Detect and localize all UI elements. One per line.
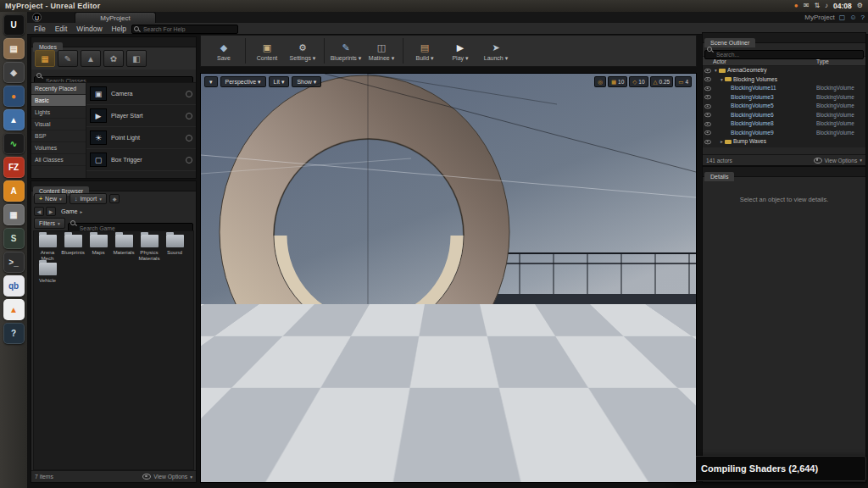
mode-geometry-tab[interactable]: ◧ [126,50,147,67]
viewport[interactable]: ▾Perspective ▾Lit ▾Show ▾ ◎▦10◇10△0.25▭4… [200,73,697,483]
mode-paint-tab[interactable]: ✎ [58,50,78,67]
outliner-row[interactable]: BlockingVolume8BlockingVolume [703,119,865,129]
filters-button[interactable]: Filters ▾ [34,218,65,229]
visibility-eye-icon[interactable] [704,104,711,108]
viewport-camera-lock[interactable]: ◎ [594,76,606,87]
view-options-button[interactable]: View Options ▾ [814,158,863,164]
outliner-row[interactable]: ▾ArenaGeometry [703,66,865,75]
mode-place-tab[interactable]: ▦ [35,50,55,67]
launcher-help-icon[interactable]: ? [3,323,25,344]
menu-edit[interactable]: Edit [55,25,68,33]
toolbar-matinee-button[interactable]: ◫Matinee ▾ [364,36,399,65]
save-all-button[interactable]: ◆ [109,194,120,203]
menu-window[interactable]: Window [76,25,102,33]
outliner-row[interactable]: ▸Bump Waves [703,137,865,147]
network-icon[interactable]: ⇅ [814,0,820,12]
launcher-calculator-icon[interactable]: ▦ [3,204,25,225]
back-button[interactable]: ◀ [34,207,44,216]
sound-icon[interactable]: ♪ [825,0,828,12]
launcher-files-icon[interactable]: ▤ [3,38,25,59]
category-bsp[interactable]: BSP [31,130,86,142]
launcher-filezilla-icon[interactable]: FZ [3,157,25,178]
category-basic[interactable]: Basic [31,95,86,107]
viewport-lit-button[interactable]: Lit ▾ [269,76,290,87]
level-indicator[interactable]: Level: Arena_Geo (Persistent) [451,474,531,480]
session-icon[interactable]: ⚙ [857,0,863,12]
outliner-row[interactable]: BlockingVolume5BlockingVolume [703,102,865,111]
toolbar-play-button[interactable]: ▶Play ▾ [442,36,478,65]
launcher-text-editor-icon[interactable]: A [3,180,25,202]
launcher-workspace-icon[interactable]: ◈ [3,62,25,83]
toolbar-save-button[interactable]: ◆Save [206,36,242,65]
folder-maps[interactable]: Maps [86,235,110,261]
outliner-row[interactable]: BlockingVolume6BlockingVolume [703,111,865,120]
category-all-classes[interactable]: All Classes [31,154,86,166]
folder-blueprints[interactable]: Blueprints [61,235,85,261]
folder-vehicle[interactable]: Vehicle [36,263,59,289]
new-button[interactable]: + New ▾ [34,193,67,204]
launcher-photos-icon[interactable]: ▲ [3,109,25,130]
import-button[interactable]: ↓ Import ▾ [70,193,107,204]
outliner-row[interactable]: BlockingVolume11BlockingVolume [703,84,865,93]
toolbar-blueprints-button[interactable]: ✎Blueprints ▾ [328,36,364,65]
view-options-button[interactable]: View Options ▾ [142,474,192,480]
expander-icon[interactable]: ▸ [719,137,725,147]
visibility-eye-icon[interactable] [704,77,711,81]
expander-icon[interactable]: ▾ [719,75,725,85]
toolbar-content-button[interactable]: ▣Content [249,36,285,65]
outliner-row[interactable]: BlockingVolume3BlockingVolume [703,93,865,103]
project-tab[interactable]: MyProject [75,12,156,23]
folder-arena-mech[interactable]: Arena Mech [36,235,59,261]
viewport-perspective-button[interactable]: Perspective ▾ [220,76,266,87]
forward-button[interactable]: ▶ [46,207,56,216]
folder-physics-materials[interactable]: Physics Materials [137,235,161,261]
tab-details[interactable]: Details [704,172,734,181]
category-volumes[interactable]: Volumes [31,142,86,154]
outliner-search-input[interactable] [704,50,864,59]
launcher-screenshot-icon[interactable]: S [3,228,25,249]
place-item-point-light[interactable]: ☀Point Light [86,127,196,149]
category-recently-placed[interactable]: Recently Placed [31,83,86,95]
mode-foliage-tab[interactable]: ✿ [103,50,124,67]
place-item-box-trigger[interactable]: ▢Box Trigger [86,149,196,171]
visibility-eye-icon[interactable] [704,130,711,135]
visibility-eye-icon[interactable] [704,140,711,144]
layout-icon[interactable]: ▢ [839,14,846,21]
feedback-icon[interactable]: ☺ [849,14,856,21]
visibility-eye-icon[interactable] [704,86,711,91]
viewport-options-button[interactable]: ▾ [204,76,218,87]
place-item-camera[interactable]: ▣Camera [86,83,196,105]
toolbar-settings-button[interactable]: ⚙Settings ▾ [285,36,320,65]
menu-file[interactable]: File [34,25,46,33]
outliner-row[interactable]: BlockingVolume9BlockingVolume [703,129,865,138]
folder-materials[interactable]: Materials [112,235,136,261]
menu-help[interactable]: Help [112,25,126,33]
toolbar-build-button[interactable]: ▤Build ▾ [407,36,442,65]
breadcrumb-root[interactable]: Game [61,208,78,215]
visibility-eye-icon[interactable] [704,113,711,117]
visibility-eye-icon[interactable] [704,122,711,126]
launcher-terminal-icon[interactable]: >_ [3,252,25,273]
place-item-player-start[interactable]: ▶Player Start [86,105,196,127]
breadcrumb[interactable]: Game ▸ [58,208,86,215]
toolbar-launch-button[interactable]: ➤Launch ▾ [478,36,514,65]
category-visual[interactable]: Visual [31,119,86,130]
viewport-translate-snap[interactable]: ▦10 [608,76,627,87]
indicator-icon[interactable]: ● [794,0,798,12]
mail-icon[interactable]: ✉ [804,0,810,12]
expander-icon[interactable]: ▾ [713,66,719,75]
visibility-eye-icon[interactable] [704,95,711,99]
launcher-vlc-icon[interactable]: ▲ [3,299,25,320]
help-icon[interactable]: ? [861,14,865,21]
mode-landscape-tab[interactable]: ▲ [81,50,101,67]
launcher-firefox-icon[interactable]: ● [3,86,25,107]
launcher-qbittorrent-icon[interactable]: qb [3,275,25,297]
viewport-scale-snap[interactable]: △0.25 [650,76,674,87]
viewport-rotate-snap[interactable]: ◇10 [629,76,648,87]
launcher-unreal-icon[interactable]: U [3,14,25,36]
outliner-row[interactable]: ▾Blocking Volumes [703,75,865,85]
help-search-input[interactable] [131,25,238,34]
folder-sound[interactable]: Sound [163,235,186,261]
viewport-show-button[interactable]: Show ▾ [292,76,321,87]
launcher-system-monitor-icon[interactable]: ∿ [3,133,25,154]
